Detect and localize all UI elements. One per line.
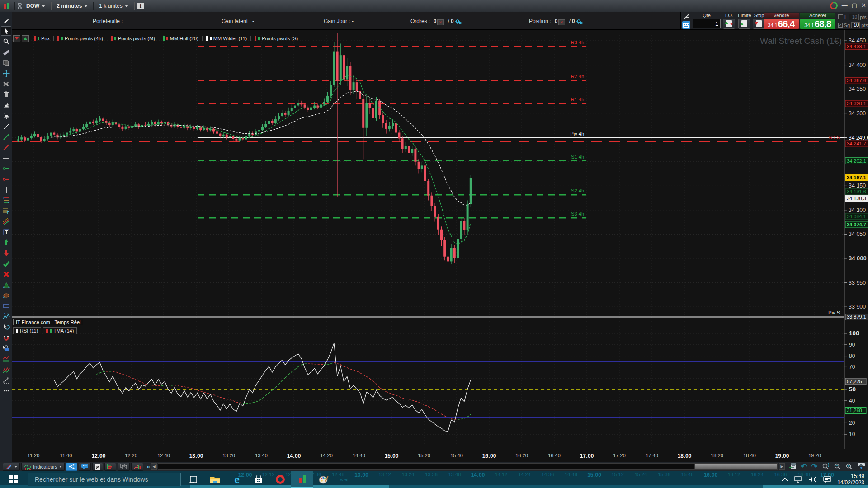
opera-browser-icon[interactable] <box>269 471 291 488</box>
timeframe-dropdown[interactable]: 2 minutes <box>54 3 90 9</box>
paint-app-icon[interactable] <box>313 471 335 488</box>
quantity-input[interactable] <box>693 19 721 28</box>
fibonacci-f-icon[interactable]: F <box>1 206 11 216</box>
stop-pts-input[interactable]: 10 <box>851 22 860 28</box>
sell-button[interactable]: 34 166,4 <box>764 19 799 29</box>
limit-order-button[interactable] <box>738 19 750 29</box>
close-position-icon[interactable]: ✕ <box>558 19 565 25</box>
zoom-in-button[interactable] <box>845 463 853 471</box>
legend-item[interactable]: Points pivots (S) <box>251 36 302 41</box>
collapse-toolbar-button[interactable]: « <box>147 463 150 470</box>
text-icon[interactable]: T <box>1 227 11 237</box>
gear-icon[interactable] <box>576 19 583 26</box>
windows-button[interactable] <box>118 463 130 471</box>
alarm-pointer-icon[interactable] <box>1 100 11 110</box>
hline-icon[interactable] <box>1 153 11 163</box>
scrollbar-thumb[interactable] <box>694 464 778 469</box>
more-dots-icon[interactable] <box>1 386 11 395</box>
link-icon[interactable] <box>18 3 22 9</box>
legend-item[interactable]: Points pivots (4h) <box>54 36 107 41</box>
show-sells-icon[interactable] <box>13 35 20 42</box>
keyboard-panel-button[interactable] <box>857 463 865 470</box>
sync-icon[interactable] <box>829 0 839 11</box>
ruler-icon[interactable] <box>1 47 11 57</box>
waves-icon[interactable] <box>1 365 11 374</box>
lock-icon[interactable] <box>1 343 11 353</box>
symbol-dropdown[interactable]: DOW <box>24 3 48 9</box>
draw-tool-button[interactable] <box>3 463 20 471</box>
legend-item[interactable]: Points pivots (M) <box>107 36 159 41</box>
hline-green-icon[interactable] <box>1 164 11 174</box>
tray-chevron-icon[interactable] <box>781 477 788 482</box>
arrow-up-icon[interactable] <box>1 238 11 247</box>
notification-icon[interactable] <box>823 476 832 483</box>
pitchfork-icon[interactable] <box>1 217 11 226</box>
time-axis[interactable]: 11:2011:4012:0012:2012:4013:0013:2013:40… <box>12 450 868 462</box>
move-icon[interactable] <box>1 69 11 78</box>
rsi-legend-item[interactable]: RSI (11) <box>13 327 41 334</box>
file-explorer-icon[interactable] <box>204 471 226 488</box>
arrow-down-icon[interactable] <box>1 249 11 258</box>
task-view-button[interactable] <box>183 471 204 488</box>
check-icon[interactable] <box>1 259 11 268</box>
info-button[interactable]: i <box>137 3 144 9</box>
start-button[interactable] <box>0 471 27 488</box>
redo-button[interactable]: ↷ <box>811 463 817 470</box>
scroll-left-button[interactable]: ◀ <box>151 463 157 470</box>
line-green-icon[interactable] <box>1 132 11 141</box>
limit-pts-input[interactable]: 10 <box>849 14 859 20</box>
magnet-icon[interactable] <box>1 333 11 343</box>
line-white-icon[interactable] <box>1 122 11 131</box>
trash-icon[interactable] <box>1 90 11 99</box>
to-order-button[interactable] <box>723 19 735 29</box>
undo-button[interactable]: ↶ <box>801 463 807 470</box>
taskbar-search-input[interactable]: Rechercher sur le web et dans Windows <box>28 473 181 486</box>
ellipse-icon[interactable]: ++ <box>1 291 11 300</box>
news-button[interactable] <box>92 463 103 471</box>
legend-item[interactable]: MM Hull (20) <box>159 36 203 41</box>
scroll-right-button[interactable]: ▶ <box>779 463 785 470</box>
segment-icon[interactable] <box>1 375 11 385</box>
orders-list-button[interactable] <box>104 463 116 471</box>
stop-order-button[interactable] <box>753 19 765 29</box>
cross-icon[interactable] <box>1 270 11 279</box>
edge-browser-icon[interactable]: e <box>226 471 248 488</box>
tools-icon[interactable] <box>1 79 11 89</box>
wrench-icon[interactable] <box>682 13 690 20</box>
units-dropdown[interactable]: 1 k unités <box>96 3 131 9</box>
vline-icon[interactable] <box>1 185 11 194</box>
gear-icon[interactable] <box>455 19 462 26</box>
buy-button[interactable]: 34 168,8 <box>800 19 835 29</box>
calendar-button[interactable] <box>789 463 797 471</box>
taskbar-clock[interactable]: 15:49 14/02/2023 <box>837 473 864 486</box>
trading-app-icon[interactable] <box>291 471 313 488</box>
pencil-icon[interactable] <box>1 16 11 25</box>
show-buys-icon[interactable] <box>22 35 29 42</box>
zigzag-icon[interactable]: ** <box>1 312 11 321</box>
chart-settings-button[interactable] <box>131 463 143 471</box>
chat-button[interactable] <box>79 463 91 471</box>
rsi-legend-item[interactable]: TMA (14) <box>43 327 77 334</box>
zoom-fit-button[interactable] <box>822 463 830 471</box>
rotate-cursor-icon[interactable] <box>1 323 11 332</box>
volume-icon[interactable] <box>808 476 817 483</box>
indicators-button[interactable]: Indicateurs <box>21 463 65 471</box>
limit-checkbox[interactable] <box>838 14 843 19</box>
cursor-icon[interactable] <box>1 26 11 36</box>
close-button[interactable]: ✕ <box>861 1 866 9</box>
share-button[interactable] <box>66 463 77 471</box>
windows-store-icon[interactable] <box>248 471 269 488</box>
legend-item[interactable]: MM Wilder (11) <box>203 36 251 41</box>
indicator-icon[interactable] <box>1 354 11 364</box>
stop-checkbox[interactable]: ✓ <box>838 23 843 28</box>
line-red-icon[interactable] <box>1 143 11 152</box>
fibonacci-icon[interactable]: ++ <box>1 196 11 205</box>
hline-red-icon[interactable] <box>1 174 11 184</box>
alarm-icon[interactable] <box>1 111 11 121</box>
minimize-button[interactable]: — <box>842 1 848 9</box>
keyboard-icon[interactable] <box>682 21 690 29</box>
chart-scrollbar[interactable] <box>158 463 778 470</box>
price-chart[interactable]: Wall Street Cash (1€)R3 4hR2 4hR1 4hPiv … <box>0 0 868 488</box>
zoom-icon[interactable] <box>1 37 11 47</box>
network-icon[interactable] <box>794 476 803 483</box>
